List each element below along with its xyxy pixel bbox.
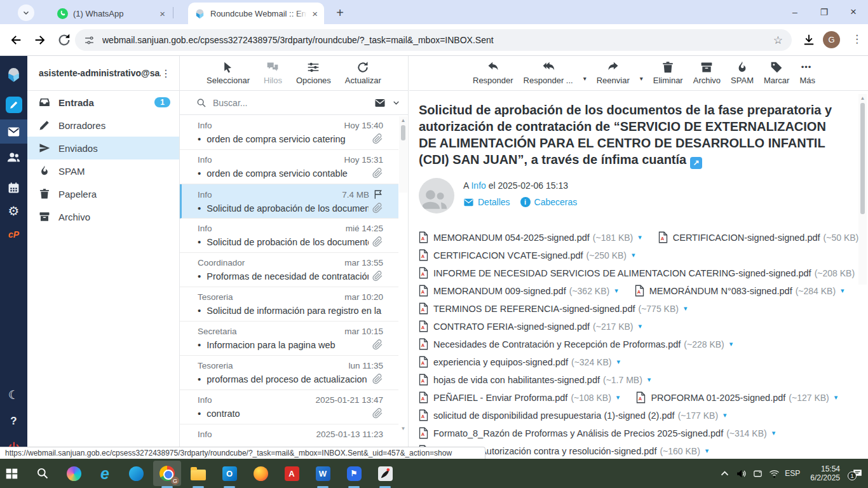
close-tab-icon[interactable]: × [312, 9, 318, 18]
attachment-menu-caret-icon[interactable]: ▾ [723, 411, 727, 419]
recipient-link[interactable]: Info [471, 180, 485, 191]
taskbar-word-icon[interactable]: W [309, 461, 337, 486]
flag-icon[interactable] [373, 189, 383, 200]
reader-scrollbar[interactable]: ▲ [858, 94, 867, 285]
folder-entrada[interactable]: Entrada 1 [27, 91, 179, 114]
refresh-button[interactable]: Actualizar [345, 61, 381, 85]
site-settings-icon[interactable] [84, 35, 95, 46]
spam-button[interactable]: SPAM [731, 61, 754, 85]
attachment-menu-caret-icon[interactable]: ▾ [638, 322, 642, 330]
attachment-item[interactable]: CONTRATO FERIA-signed-signed.pdf (~217 K… [419, 320, 642, 332]
cpanel-icon[interactable]: cP [0, 222, 27, 247]
browser-menu-icon[interactable]: ⋮ [851, 32, 863, 46]
compose-button[interactable] [0, 93, 27, 117]
bookmark-star-icon[interactable]: ☆ [773, 34, 783, 47]
details-toggle[interactable]: Detalles [463, 197, 510, 208]
attachment-item[interactable]: TERMINOS DE REFERENCIA-signed-signed.pdf… [419, 302, 687, 315]
taskbar-ie-icon[interactable]: e [91, 461, 119, 486]
taskbar-search-icon[interactable] [29, 461, 57, 486]
maximize-icon[interactable]: ❐ [810, 7, 839, 17]
help-icon[interactable]: ? [0, 409, 27, 433]
message-list-item[interactable]: Info mié 14:25 • Solicitud de probación … [180, 219, 398, 253]
search-input[interactable] [213, 98, 368, 108]
attachment-item[interactable]: PEÑAFIEL - Enviar Proforma.pdf (~108 KB)… [419, 391, 620, 403]
volume-icon[interactable] [733, 468, 749, 479]
select-button[interactable]: Seleccionar [207, 61, 250, 85]
folder-borradores[interactable]: Borradores [27, 114, 179, 137]
headers-toggle[interactable]: i Cabeceras [520, 197, 578, 207]
attachment-menu-caret-icon[interactable]: ▾ [834, 393, 838, 402]
tray-chevron-up-icon[interactable] [716, 468, 733, 479]
notification-center-icon[interactable]: 1 [846, 468, 868, 480]
attachment-item[interactable]: INFORME DE NECESIDAD SERVICIOS DE ALIMEN… [419, 267, 859, 279]
delete-button[interactable]: Eliminar [653, 61, 683, 85]
list-scrollbar-down[interactable]: ▼ [399, 424, 407, 435]
account-menu-icon[interactable]: ⋮ [161, 67, 172, 79]
attachment-menu-caret-icon[interactable]: ▾ [729, 340, 733, 348]
folder-spam[interactable]: SPAM [27, 159, 179, 182]
reload-icon[interactable] [57, 33, 71, 47]
taskbar-firefox-icon[interactable] [247, 461, 275, 486]
threads-button[interactable]: Hilos [264, 61, 282, 85]
attachment-item[interactable]: experiencia y equipos-signed.pdf (~324 K… [419, 356, 620, 368]
taskbar-outlook-icon[interactable]: O [215, 461, 243, 486]
open-in-new-window-icon[interactable]: ↗ [690, 157, 702, 169]
message-list-item[interactable]: Coordinador mar 13:55 • Proformas de nec… [180, 253, 398, 287]
search-options-chevron-icon[interactable] [392, 98, 400, 107]
message-list-item[interactable]: Tesoreria lun 11:35 • proformas del proc… [180, 356, 398, 390]
address-bar[interactable]: webmail.sanjuan.gob.ec/cpsess3272438975/… [75, 29, 792, 51]
list-scrollbar[interactable]: ▲ [399, 116, 407, 193]
attachment-item[interactable]: MEMORÁNDUM N°083-signed.pdf (~284 KB) ▾ [635, 285, 844, 297]
browser-profile-avatar[interactable]: G [823, 31, 840, 48]
close-tab-icon[interactable]: × [159, 9, 165, 18]
taskbar-explorer-icon[interactable] [184, 461, 212, 486]
attachment-menu-caret-icon[interactable]: ▾ [632, 251, 635, 259]
forward-button[interactable]: Reenviar [597, 61, 630, 85]
message-list-item[interactable]: Info 7.4 MB • Solicitud de aprobación de… [180, 184, 398, 219]
message-list-item[interactable]: Info Hoy 15:31 • orden de compra servici… [180, 150, 398, 184]
folder-papelera[interactable]: Papelera [27, 182, 179, 205]
tab-search-button[interactable] [18, 4, 34, 21]
attachment-item[interactable]: MEMORANDUM 009-signed.pdf (~362 KB) ▾ [419, 285, 618, 297]
attachment-menu-caret-icon[interactable]: ▾ [648, 376, 651, 384]
mark-button[interactable]: Marcar [764, 61, 789, 85]
attachment-item[interactable]: CERTIFICACION-signed-signed.pdf (~50 KB)… [658, 231, 859, 243]
message-list-item[interactable]: Tesoreria mar 10:20 • Solicitud de infor… [180, 287, 398, 322]
back-icon[interactable] [9, 33, 23, 47]
taskbar-chrome-icon[interactable]: G [153, 461, 181, 486]
start-button[interactable] [0, 461, 25, 486]
folder-archivo[interactable]: Archivo [27, 205, 179, 228]
more-button[interactable]: •••Más [799, 61, 815, 85]
mail-nav-icon[interactable] [0, 119, 27, 144]
keyboard-language[interactable]: ESP [785, 469, 800, 478]
message-list-item[interactable]: Secretaria mar 10:15 • Informacion para … [180, 322, 398, 356]
attachment-item[interactable]: PROFORMA 01-2025-signed.pdf (~127 KB) ▾ [636, 391, 837, 403]
attachment-item[interactable]: CERTIFICACION VCATE-signed.pdf (~250 KB)… [419, 249, 635, 261]
tab-whatsapp[interactable]: (1) WhatsApp × [51, 3, 172, 24]
taskbar-clock[interactable]: 15:54 6/2/2025 [810, 464, 840, 482]
message-list-item[interactable]: Info Hoy 15:40 • orden de compra servici… [180, 116, 398, 150]
tab-roundcube[interactable]: Roundcube Webmail :: Enviados × [188, 3, 324, 24]
taskbar-java-icon[interactable] [371, 461, 399, 486]
attachment-menu-caret-icon[interactable]: ▾ [841, 287, 844, 295]
options-button[interactable]: Opciones [296, 61, 331, 85]
device-icon[interactable] [749, 468, 766, 479]
close-window-icon[interactable]: × [839, 6, 868, 18]
reply-button[interactable]: Responder [473, 61, 513, 85]
forward-caret-icon[interactable]: ▾ [640, 75, 643, 82]
wifi-icon[interactable] [766, 468, 782, 479]
new-tab-button[interactable]: + [332, 4, 348, 21]
message-list-item[interactable]: Info 2025-01-21 13:47 • contrato [180, 390, 398, 424]
attachment-item[interactable]: hojas de vida con habilitantes-signed.pd… [419, 374, 651, 386]
minimize-icon[interactable]: – [780, 7, 810, 17]
reply-all-button[interactable]: Responder ... [524, 61, 573, 85]
attachment-item[interactable]: MEMORANDUM 054-2025-signed.pdf (~181 KB)… [419, 231, 642, 243]
calendar-nav-icon[interactable] [0, 175, 27, 200]
dark-mode-icon[interactable]: ☾ [0, 383, 27, 407]
attachment-item[interactable]: Formato_8_Razón de Proformas y Análisis … [419, 427, 775, 439]
attachment-item[interactable]: solicitud de disponibilidad presupuestar… [419, 409, 727, 421]
attachment-menu-caret-icon[interactable]: ▾ [616, 393, 620, 402]
taskbar-edge-icon[interactable] [122, 461, 150, 486]
archive-button[interactable]: Archivo [693, 61, 721, 85]
attachment-menu-caret-icon[interactable]: ▾ [616, 358, 620, 366]
